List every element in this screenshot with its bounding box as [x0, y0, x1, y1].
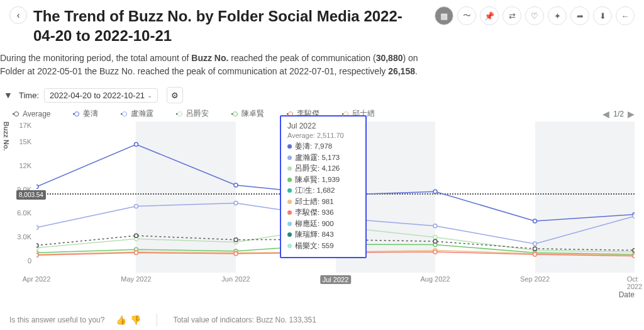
svg-point-37: [234, 252, 238, 256]
chart[interactable]: Buzz No. 03.0K6.0K9.0K12K15K17K 8,003.54…: [4, 122, 635, 285]
legend-item[interactable]: 姜濤: [73, 108, 98, 119]
time-range-select[interactable]: 2022-04-20 to 2022-10-21⌄: [44, 88, 158, 103]
description: During the monitoring period, the total …: [0, 45, 428, 78]
svg-point-35: [36, 254, 38, 258]
tooltip-row: 江𤒹生: 1,682: [287, 186, 359, 195]
toolbar: ▦ 〜 📌 ⇄ ♡ ✦ ➦ ⬇ ←: [435, 6, 635, 25]
collapse-icon[interactable]: ←: [616, 6, 635, 25]
legend-prev-icon[interactable]: ◀: [602, 109, 609, 119]
x-tick: Jul 2022: [320, 275, 352, 284]
tooltip-row: 邱士縉: 981: [287, 197, 359, 207]
svg-point-48: [633, 249, 635, 253]
thumbs-up-icon[interactable]: 👍: [116, 315, 126, 325]
tooltip-row: 姜濤: 7,978: [287, 142, 359, 151]
svg-point-40: [533, 253, 536, 256]
legend-item[interactable]: 呂爵安: [176, 108, 209, 119]
settings-button[interactable]: ⚙: [167, 87, 183, 103]
legend-item[interactable]: 陳卓賢: [231, 108, 264, 119]
y-tick: 0: [28, 257, 31, 265]
legend-item[interactable]: Average: [13, 110, 50, 118]
svg-point-0: [36, 185, 38, 189]
legend-page: 1/2: [613, 110, 624, 118]
tooltip-row: 楊樂文: 559: [287, 241, 359, 251]
svg-point-4: [433, 190, 437, 194]
y-tick: 17K: [19, 122, 31, 129]
swap-icon[interactable]: ⇄: [502, 6, 521, 25]
table-view-icon[interactable]: ▦: [435, 6, 453, 25]
svg-point-11: [433, 224, 437, 228]
y-axis-label: Buzz No.: [3, 122, 10, 151]
tooltip-row: 柳應廷: 900: [287, 219, 359, 229]
total-indicators-label: Total value of indicators: Buzz No. 133,…: [173, 316, 316, 324]
sparkle-icon[interactable]: ✦: [548, 6, 567, 25]
share-icon[interactable]: ➦: [570, 6, 589, 25]
svg-point-18: [433, 236, 437, 239]
x-tick: Jun 2022: [221, 275, 250, 283]
y-tick: 15K: [19, 138, 31, 145]
svg-point-42: [36, 244, 38, 248]
tooltip-row: 盧瀚霆: 5,173: [287, 153, 359, 162]
chart-tooltip: Jul 2022 Average: 2,511.70 姜濤: 7,978盧瀚霆:…: [280, 115, 367, 258]
svg-point-8: [134, 205, 138, 208]
svg-point-2: [234, 183, 238, 187]
svg-point-39: [433, 250, 437, 254]
page-title: The Trend of Buzz No. by Folder Social M…: [33, 6, 411, 45]
svg-point-5: [533, 219, 536, 223]
svg-point-44: [234, 238, 238, 242]
svg-point-47: [533, 247, 536, 251]
chart-view-icon[interactable]: 〜: [457, 6, 476, 25]
y-tick: 3.0K: [17, 233, 31, 241]
svg-point-7: [36, 226, 38, 230]
tooltip-row: 李駿傑: 936: [287, 208, 359, 217]
feedback-label: Is this answer useful to you?: [9, 316, 104, 324]
back-button[interactable]: ‹: [9, 6, 27, 24]
x-tick: Oct 2022: [627, 275, 642, 290]
x-tick: May 2022: [121, 275, 151, 283]
thumbs-down-icon[interactable]: 👎: [130, 315, 141, 325]
time-label: Time:: [19, 91, 39, 100]
x-tick: Aug 2022: [420, 275, 450, 283]
legend-next-icon[interactable]: ▶: [628, 109, 635, 119]
svg-point-13: [633, 214, 635, 218]
svg-point-43: [134, 234, 138, 238]
svg-point-9: [234, 202, 238, 205]
x-tick: Apr 2022: [23, 275, 51, 283]
heart-icon[interactable]: ♡: [525, 6, 544, 25]
svg-point-12: [533, 242, 536, 246]
svg-point-36: [134, 251, 138, 255]
svg-point-1: [134, 143, 138, 147]
tooltip-row: 陳卓賢: 1,939: [287, 175, 359, 185]
y-tick: 12K: [19, 162, 31, 169]
legend-item[interactable]: 盧瀚霆: [121, 108, 153, 119]
x-axis-label: Date: [619, 290, 635, 299]
filter-icon[interactable]: ▼: [4, 90, 14, 100]
svg-point-46: [433, 240, 437, 244]
download-icon[interactable]: ⬇: [593, 6, 612, 25]
y-tick: 6.0K: [17, 209, 31, 217]
svg-point-41: [633, 254, 635, 258]
tooltip-row: 陳瑞輝: 843: [287, 230, 359, 239]
pin-icon[interactable]: 📌: [480, 6, 499, 25]
tooltip-row: 呂爵安: 4,126: [287, 164, 359, 173]
x-tick: Sep 2022: [520, 275, 550, 283]
